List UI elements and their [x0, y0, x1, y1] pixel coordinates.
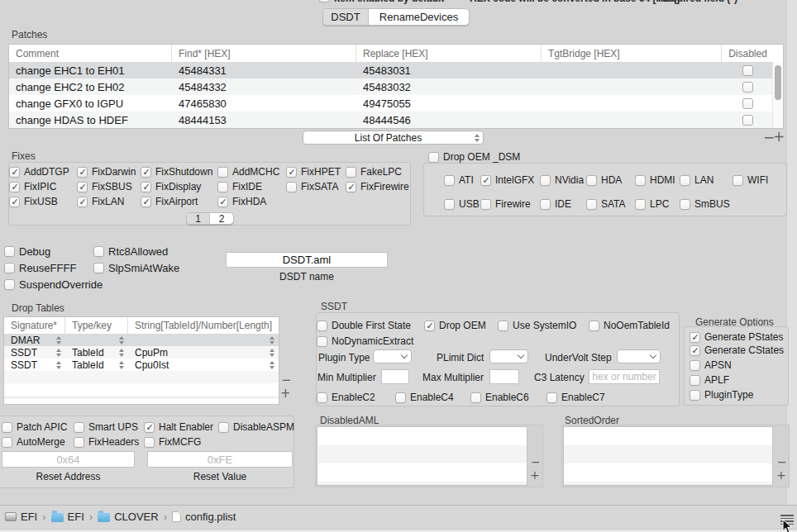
checkbox-reuseffff[interactable]: ReuseFFFF [4, 263, 76, 273]
disabledaml-remove-button[interactable]: − [531, 455, 541, 468]
list-of-patches-popup[interactable]: List Of Patches [303, 131, 484, 145]
undervolt-step-dropdown[interactable] [617, 349, 661, 363]
checkbox-enablec4[interactable]: EnableC4 [395, 392, 454, 403]
sortedorder-add-button[interactable]: + [776, 468, 786, 482]
checkbox-fixusb[interactable]: FixUSB [9, 197, 58, 207]
checkbox-dsm-smbus[interactable]: SmBUS [680, 199, 730, 210]
col-tgtbridge[interactable]: TgtBridge [HEX] [542, 45, 722, 62]
checkbox-fixhpet[interactable]: FixHPET [286, 167, 341, 178]
drop-table-row[interactable]: DMAR [4, 334, 279, 346]
checkbox-dsm-firewire[interactable]: Firewire [480, 199, 531, 210]
checkbox-dsm-hda[interactable]: HDA [586, 175, 622, 186]
patch-disabled-checkbox[interactable] [742, 115, 753, 126]
stepper-icon[interactable] [117, 336, 125, 344]
checkbox-dsm-intelgfx[interactable]: IntelGFX [480, 175, 534, 186]
patch-disabled-checkbox[interactable] [742, 98, 753, 109]
checkbox-fixlan[interactable]: FixLAN [77, 197, 124, 207]
fixes-page-1[interactable]: 1 [187, 213, 210, 224]
tab-dsdt[interactable]: DSDT [323, 9, 369, 25]
stepper-icon[interactable] [117, 361, 125, 369]
checkbox-enablec7[interactable]: EnableC7 [546, 392, 605, 403]
checkbox-dsm-hdmi[interactable]: HDMI [635, 175, 675, 186]
checkbox-disableaspm[interactable]: DisableASPM [218, 422, 294, 433]
sortedorder-remove-button[interactable]: − [777, 455, 787, 468]
stepper-icon[interactable] [268, 336, 275, 344]
checkbox-automerge[interactable]: AutoMerge [2, 437, 65, 448]
col-typekey[interactable]: Type/key [65, 317, 128, 334]
breadcrumb-efi-folder[interactable]: EFI [51, 511, 84, 523]
checkbox-fixhda[interactable]: FixHDA [217, 197, 266, 207]
checkbox-nodynamicextract[interactable]: NoDynamicExtract [317, 336, 413, 347]
checkbox-smart-ups[interactable]: Smart UPS [74, 422, 138, 433]
tab-renamedevices[interactable]: RenameDevices [369, 9, 469, 25]
checkbox-fixairport[interactable]: FixAirport [141, 197, 198, 207]
checkbox-drop-oem-dsm[interactable]: Drop OEM _DSM [428, 152, 520, 163]
checkbox-suspendoverride[interactable]: SuspendOverride [4, 279, 103, 290]
checkbox-debug[interactable]: Debug [4, 246, 50, 257]
col-string[interactable]: String[TableId]/Number[Length] [128, 317, 279, 334]
checkbox-aplf[interactable]: APLF [690, 375, 729, 386]
max-multiplier-field[interactable] [489, 369, 519, 384]
checkbox-double-first-state[interactable]: Double First State [317, 321, 411, 331]
patches-scrollbar-thumb[interactable] [775, 65, 781, 100]
drop-table-row[interactable]: SSDT TableId Cpu0Ist [4, 359, 279, 371]
patch-row[interactable]: change GFX0 to IGPU 47465830 49475055 [9, 95, 783, 112]
disabledaml-add-button[interactable]: + [530, 468, 540, 482]
checkbox-dsm-lan[interactable]: LAN [680, 175, 713, 186]
checkbox-fixdarwin[interactable]: FixDarwin [77, 167, 136, 178]
disabledaml-list[interactable] [317, 426, 527, 486]
checkbox-apsn[interactable]: APSN [690, 360, 732, 371]
checkbox-fixmcfg[interactable]: FixMCFG [144, 437, 201, 448]
checkbox-dsm-sata[interactable]: SATA [586, 199, 626, 210]
checkbox-nooemtableid[interactable]: NoOemTableId [589, 321, 670, 331]
breadcrumb-config-plist[interactable]: config.plist [172, 511, 236, 523]
checkbox-dsm-nvidia[interactable]: NVidia [540, 175, 584, 186]
fixes-page-2[interactable]: 2 [210, 213, 233, 224]
checkbox-dsm-lpc[interactable]: LPC [635, 199, 669, 210]
checkbox-halt-enabler[interactable]: Halt Enabler [144, 422, 213, 433]
default-enabled-checkbox[interactable] [319, 0, 330, 2]
col-find[interactable]: Find* [HEX] [172, 45, 356, 62]
checkbox-dsm-usb[interactable]: USB [444, 199, 480, 210]
reset-value-field[interactable] [147, 451, 293, 468]
col-comment[interactable]: Comment [9, 45, 172, 62]
checkbox-enablec6[interactable]: EnableC6 [470, 392, 529, 403]
patch-row[interactable]: change EHC2 to EH02 45484332 45483032 [9, 78, 783, 95]
checkbox-dsm-ati[interactable]: ATI [444, 175, 474, 186]
checkbox-use-systemio[interactable]: Use SystemIO [498, 321, 576, 331]
checkbox-fixipic[interactable]: FixIPIC [9, 182, 56, 192]
reset-address-field[interactable] [2, 451, 135, 468]
drop-tables-hscrollbar[interactable] [4, 397, 279, 404]
checkbox-slpsmiatwake[interactable]: SlpSmiAtWake [93, 263, 179, 273]
min-multiplier-field[interactable] [381, 369, 409, 384]
plugin-type-dropdown[interactable] [373, 349, 412, 363]
breadcrumb-efi-disk[interactable]: EFI [5, 511, 37, 523]
stepper-icon[interactable] [55, 361, 62, 369]
checkbox-fixide[interactable]: FixIDE [217, 182, 262, 192]
patches-scrollbar[interactable] [772, 62, 783, 128]
col-disabled[interactable]: Disabled [722, 45, 774, 62]
checkbox-enablec2[interactable]: EnableC2 [317, 392, 375, 403]
col-signature[interactable]: Signature* [4, 317, 65, 334]
stepper-icon[interactable] [55, 349, 62, 357]
checkbox-fixsbus[interactable]: FixSBUS [77, 182, 132, 192]
checkbox-generate-pstates[interactable]: Generate PStates [690, 332, 783, 343]
drop-tables-add-button[interactable]: + [280, 386, 291, 401]
patch-row[interactable]: change EHC1 to EH01 45484331 45483031 [9, 62, 783, 78]
checkbox-fixsata[interactable]: FixSATA [286, 182, 339, 192]
stepper-icon[interactable] [117, 349, 125, 357]
breadcrumb-clover-folder[interactable]: CLOVER [98, 511, 158, 523]
patch-disabled-checkbox[interactable] [742, 82, 753, 93]
sortedorder-list[interactable] [563, 426, 773, 486]
checkbox-generate-cstates[interactable]: Generate CStates [690, 345, 784, 356]
plimit-dict-dropdown[interactable] [489, 349, 528, 363]
c3-latency-field[interactable] [589, 369, 660, 384]
drop-table-row[interactable]: SSDT TableId CpuPm [4, 346, 279, 359]
col-replace[interactable]: Replace [HEX] [356, 45, 542, 62]
stepper-icon[interactable] [55, 336, 62, 344]
checkbox-rtc8allowed[interactable]: Rtc8Allowed [93, 246, 168, 257]
stepper-icon[interactable] [268, 361, 275, 369]
checkbox-fakelpc[interactable]: FakeLPC [346, 167, 402, 178]
checkbox-addmchc[interactable]: AddMCHC [217, 167, 279, 178]
checkbox-drop-oem[interactable]: Drop OEM [424, 321, 486, 331]
